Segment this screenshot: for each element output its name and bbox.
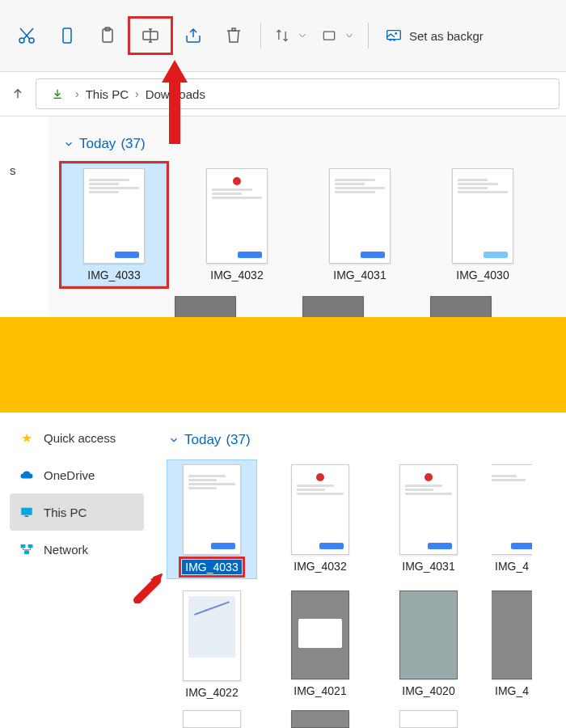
sidebar: ★ Quick access OneDrive This PC Network [0, 413, 154, 728]
file-thumb [452, 168, 513, 264]
file-thumb [399, 590, 458, 679]
file-thumb [492, 464, 532, 555]
svg-rect-12 [25, 516, 29, 518]
annotation-arrow-pointer [133, 571, 165, 603]
file-name: IMG_4031 [402, 560, 454, 573]
svg-rect-2 [63, 28, 71, 43]
file-item[interactable]: IMG_4021 [275, 586, 365, 704]
file-thumb [399, 464, 458, 555]
file-name: IMG_4033 [87, 269, 140, 281]
breadcrumb-sep: › [75, 87, 79, 100]
file-thumb[interactable] [399, 710, 458, 728]
breadcrumb-path[interactable]: › This PC › Downloads [36, 78, 560, 109]
group-label: Today [184, 432, 221, 448]
rename-button[interactable] [128, 16, 173, 55]
sidebar-item-network[interactable]: Network [10, 531, 144, 568]
file-thumb [83, 168, 145, 264]
sort-dropdown[interactable] [268, 19, 315, 52]
file-grid-row3 [167, 710, 553, 728]
file-thumb [291, 590, 349, 679]
file-thumb [492, 590, 532, 679]
share-button[interactable] [173, 19, 213, 52]
file-item[interactable]: IMG_4 [492, 586, 532, 704]
file-item[interactable]: IMG_4031 [383, 459, 474, 579]
pc-icon [19, 505, 34, 519]
files-pane-bottom[interactable]: Today (37) IMG_4033 IMG_4032 [154, 413, 566, 728]
up-button[interactable] [6, 83, 29, 105]
toolbar-divider-2 [368, 23, 369, 49]
svg-rect-14 [28, 544, 33, 548]
svg-rect-15 [24, 551, 29, 555]
file-item[interactable]: IMG_4022 [167, 586, 257, 704]
group-count: (37) [120, 136, 145, 152]
file-name: IMG_4032 [210, 269, 263, 281]
cloud-icon [19, 468, 34, 482]
svg-point-8 [395, 32, 397, 35]
group-label: Today [79, 136, 116, 152]
sidebar-label: OneDrive [44, 468, 95, 482]
file-name: IMG_4032 [294, 560, 346, 573]
svg-point-1 [29, 38, 34, 43]
svg-rect-13 [21, 544, 26, 548]
file-grid: IMG_4033 IMG_4032 IMG_4031 [61, 163, 553, 286]
file-grid-row2: IMG_4022 IMG_4021 IMG_4020 IMG_4 [167, 586, 553, 704]
files-pane-top[interactable]: Today (37) IMG_4033 IMG_4032 [49, 116, 566, 333]
svg-point-0 [19, 38, 24, 43]
view-dropdown[interactable] [315, 19, 361, 52]
file-item[interactable]: IMG_4032 [184, 163, 289, 286]
file-name: IMG_4 [495, 684, 529, 697]
cut-button[interactable] [6, 19, 47, 52]
annotation-arrow-down [158, 60, 191, 144]
sidebar-item-thispc[interactable]: This PC [10, 493, 144, 531]
file-thumb [291, 464, 349, 555]
sidebar-stub: s [0, 116, 49, 333]
downloads-icon [46, 83, 69, 105]
svg-rect-9 [390, 40, 392, 41]
file-item[interactable]: IMG_4 [492, 459, 532, 579]
file-item[interactable]: IMG_4033 [61, 163, 167, 286]
file-thumb [206, 168, 268, 264]
file-item[interactable]: IMG_4033 [167, 459, 257, 579]
file-item[interactable]: IMG_4032 [275, 459, 365, 579]
network-icon [19, 542, 34, 557]
file-name: IMG_4 [495, 560, 529, 573]
file-item[interactable]: IMG_4031 [307, 163, 412, 286]
sidebar-item-onedrive[interactable]: OneDrive [10, 456, 144, 493]
delete-button[interactable] [213, 19, 254, 52]
content-top: s Today (37) IMG_4033 IMG_4032 [0, 116, 566, 333]
file-item[interactable]: IMG_4020 [383, 586, 474, 704]
group-header-today[interactable]: Today (37) [168, 432, 553, 448]
file-name-editing[interactable]: IMG_4033 [182, 560, 241, 574]
sidebar-label: Network [44, 543, 88, 557]
svg-rect-11 [21, 508, 32, 515]
toolbar-divider [260, 23, 261, 49]
breadcrumb-sep: › [135, 87, 139, 100]
set-background-button[interactable]: Set as backgr [375, 27, 493, 44]
file-name: IMG_4030 [456, 269, 509, 281]
group-count: (37) [226, 432, 250, 448]
file-thumb[interactable] [291, 710, 349, 728]
sidebar-truncated: s [10, 163, 39, 177]
file-name: IMG_4031 [333, 269, 386, 281]
group-header-today[interactable]: Today (37) [63, 136, 553, 152]
copy-button[interactable] [47, 19, 87, 52]
sidebar-label: Quick access [44, 431, 116, 445]
separator-banner [0, 317, 566, 413]
breadcrumb-thispc[interactable]: This PC [86, 87, 129, 101]
file-name: IMG_4022 [185, 686, 238, 699]
sidebar-item-quick-access[interactable]: ★ Quick access [10, 419, 144, 456]
file-thumb[interactable] [183, 710, 241, 728]
star-icon: ★ [19, 430, 34, 445]
file-thumb [329, 168, 391, 264]
file-item[interactable]: IMG_4030 [430, 163, 535, 286]
svg-rect-10 [393, 40, 395, 41]
file-grid: IMG_4033 IMG_4032 IMG_4031 [167, 459, 553, 579]
toolbar: Set as backgr [0, 0, 566, 71]
file-name: IMG_4021 [294, 684, 346, 697]
svg-rect-6 [323, 32, 334, 40]
sidebar-label: This PC [44, 506, 87, 519]
paste-button[interactable] [87, 19, 128, 52]
file-thumb [183, 590, 241, 681]
file-name: IMG_4020 [402, 684, 454, 697]
content-bottom: ★ Quick access OneDrive This PC Network … [0, 413, 566, 728]
